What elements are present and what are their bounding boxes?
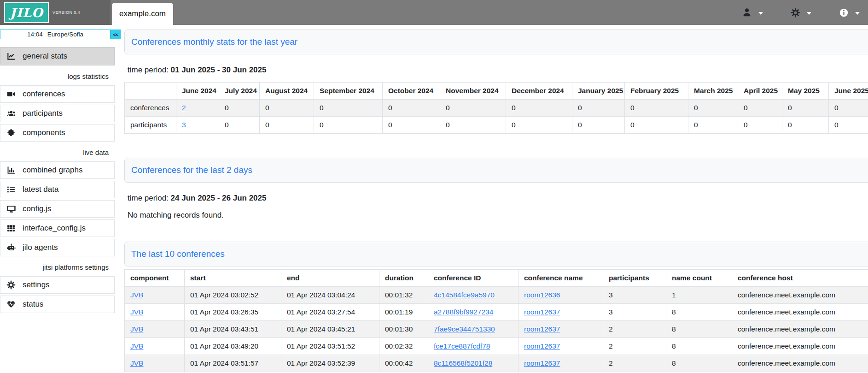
data-cell: fce17ce887fcdf78 — [428, 338, 518, 355]
monthly-stats-card: Conferences monthly stats for the last y… — [124, 30, 868, 54]
column-header: conference host — [732, 270, 868, 287]
row-label: participants — [125, 117, 176, 134]
cell-link[interactable]: JVB — [130, 308, 143, 316]
time-period-value: 01 Jun 2025 - 30 Jun 2025 — [171, 65, 267, 74]
no-records-message: No matching records found. — [124, 211, 868, 220]
table-row: JVB01 Apr 2024 03:26:3501 Apr 2024 03:27… — [125, 304, 868, 321]
data-cell: JVB — [125, 304, 185, 321]
last-10-conferences-card: The last 10 conferences — [124, 242, 868, 266]
user-menu-button[interactable] — [741, 7, 763, 18]
column-header: conference name — [518, 270, 603, 287]
stat-link[interactable]: 2 — [182, 104, 186, 112]
cell-link[interactable]: room12637 — [524, 308, 560, 316]
data-cell: JVB — [125, 287, 185, 304]
topbar-left-segment: JILO VERSION 0.4 — [0, 0, 111, 25]
cell-link[interactable]: JVB — [130, 291, 143, 299]
cell-link[interactable]: room12636 — [524, 291, 560, 299]
cell-link[interactable]: 8c116568f5201f28 — [434, 359, 492, 367]
app-logo[interactable]: JILO — [4, 2, 49, 23]
stat-cell: 0 — [829, 100, 868, 117]
stat-cell: 0 — [625, 100, 688, 117]
column-header: November 2024 — [440, 83, 506, 100]
user-icon — [741, 7, 752, 18]
data-cell: conference.meet.example.com — [732, 338, 868, 355]
sidebar-item-status[interactable]: status — [0, 296, 115, 313]
monthly-stats-table: June 2024July 2024August 2024September 2… — [124, 82, 868, 134]
clock-widget: 14:04 Europe/Sofia << — [0, 30, 121, 39]
sidebar-item-label: jilo agents — [23, 243, 58, 252]
data-cell: JVB — [125, 355, 185, 372]
gear-icon — [6, 280, 17, 290]
stat-link[interactable]: 3 — [182, 121, 186, 129]
data-cell: 01 Apr 2024 03:51:52 — [281, 338, 379, 355]
data-cell: 8 — [666, 321, 732, 338]
cell-link[interactable]: JVB — [130, 325, 143, 333]
version-label: VERSION 0.4 — [52, 10, 80, 15]
sidebar-item-combined-graphs[interactable]: combined graphs — [0, 161, 115, 179]
chevron-down-icon — [807, 8, 811, 17]
stat-cell: 2 — [176, 100, 219, 117]
last10-table-body: JVB01 Apr 2024 03:02:5201 Apr 2024 03:04… — [125, 287, 868, 372]
data-cell: 01 Apr 2024 03:45:21 — [281, 321, 379, 338]
last-10-conferences-title: The last 10 conferences — [131, 249, 225, 259]
data-cell: 01 Apr 2024 03:49:20 — [185, 338, 281, 355]
sidebar-item-label: components — [23, 128, 65, 137]
data-cell: room12637 — [518, 338, 603, 355]
data-cell: 2 — [603, 338, 666, 355]
stat-cell: 0 — [260, 117, 314, 134]
last-10-conferences-table: componentstartenddurationconference IDco… — [124, 269, 868, 372]
stat-cell: 0 — [572, 100, 625, 117]
data-cell: 3 — [603, 304, 666, 321]
cell-link[interactable]: 7fae9ce344751330 — [434, 325, 495, 333]
sidebar-item-interface-config-js[interactable]: interface_config.js — [0, 219, 115, 237]
data-cell: 01 Apr 2024 03:26:35 — [185, 304, 281, 321]
clock-display[interactable]: 14:04 Europe/Sofia — [0, 30, 111, 39]
cell-link[interactable]: room12637 — [524, 342, 560, 350]
last-2-days-title: Conferences for the last 2 days — [131, 165, 252, 175]
sidebar-item-config-js[interactable]: config.js — [0, 200, 115, 218]
cell-link[interactable]: 4c14584fce9a5970 — [434, 291, 495, 299]
sidebar-item-jilo-agents[interactable]: jilo agents — [0, 239, 115, 256]
row-label: conferences — [125, 100, 176, 117]
video-camera-icon — [6, 89, 17, 99]
column-header: duration — [379, 270, 428, 287]
sidebar-item-conferences[interactable]: conferences — [0, 85, 115, 103]
sidebar-item-settings[interactable]: settings — [0, 276, 115, 294]
data-cell: 7fae9ce344751330 — [428, 321, 518, 338]
column-header: May 2025 — [782, 83, 829, 100]
stat-cell: 0 — [314, 117, 383, 134]
cell-link[interactable]: a2788f9bf9927234 — [434, 308, 493, 316]
sidebar-item-label: config.js — [23, 204, 51, 213]
main-content: Conferences monthly stats for the last y… — [121, 25, 868, 373]
bar-chart-icon — [6, 166, 17, 175]
sidebar-item-components[interactable]: components — [0, 124, 115, 142]
sidebar-item-participants[interactable]: participants — [0, 105, 115, 122]
column-header: August 2024 — [260, 83, 314, 100]
users-icon — [6, 109, 17, 118]
sidebar-item-label: settings — [23, 280, 50, 290]
settings-menu-button[interactable] — [790, 8, 811, 18]
sidebar-collapse-button[interactable]: << — [111, 30, 121, 39]
info-menu-button[interactable] — [838, 8, 860, 18]
table-row: JVB01 Apr 2024 03:49:2001 Apr 2024 03:51… — [125, 338, 868, 355]
data-cell: 01 Apr 2024 03:43:51 — [185, 321, 281, 338]
sidebar-item-latest-data[interactable]: latest data — [0, 181, 115, 198]
column-header: December 2024 — [506, 83, 572, 100]
data-cell: room12637 — [518, 321, 603, 338]
cell-link[interactable]: JVB — [130, 359, 143, 367]
platform-tab[interactable]: example.com — [112, 3, 173, 25]
cell-link[interactable]: room12637 — [524, 325, 560, 333]
stat-cell: 0 — [688, 100, 738, 117]
stat-cell: 0 — [440, 117, 506, 134]
data-cell: 2 — [603, 321, 666, 338]
cell-link[interactable]: fce17ce887fcdf78 — [434, 342, 490, 350]
sidebar-item-general-stats[interactable]: general stats — [0, 47, 115, 65]
clock-timezone: Europe/Sofia — [47, 31, 83, 38]
stat-cell: 0 — [572, 117, 625, 134]
data-cell: 00:01:30 — [379, 321, 428, 338]
table-row: JVB01 Apr 2024 03:51:5701 Apr 2024 03:52… — [125, 355, 868, 372]
column-header: June 2025 — [829, 83, 868, 100]
cell-link[interactable]: room12637 — [524, 359, 560, 367]
last10-table-head-row: componentstartenddurationconference IDco… — [125, 270, 868, 287]
cell-link[interactable]: JVB — [130, 342, 143, 350]
